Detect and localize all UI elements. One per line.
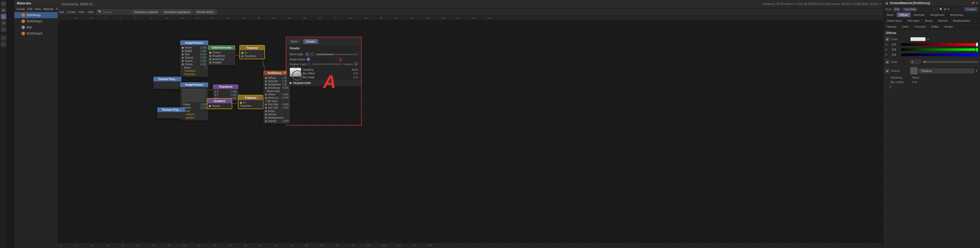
socket [265,97,267,99]
positive-x-toggle[interactable] [308,63,310,66]
menu-edit[interactable]: Edit [59,11,64,14]
g-slider[interactable] [901,48,975,51]
close-icon-rp[interactable]: ✕ [947,8,950,11]
socket [182,63,184,66]
mat-view-btn[interactable]: View [35,7,41,11]
icon-minus[interactable]: – [1,42,6,47]
tab-sheen-layer[interactable]: Sheen layer [884,18,904,23]
tab-anisotropy[interactable]: Anisotropy [948,13,966,17]
texture-triplanar-badge[interactable]: Triplanar [918,69,974,73]
icon-plus[interactable]: + [1,35,6,41]
r-slider[interactable] [901,43,975,46]
material-item[interactable]: OctGlossy3 [14,30,58,37]
float-expand-btn[interactable]: ▶ [885,60,889,64]
color-label: Color [891,38,909,41]
node-triplanar-1[interactable]: Triplanar X+ Transform [239,45,265,59]
node-image-texture-1[interactable]: ImageTexture Power1.000 Brightr1.000 Hue… [180,40,208,77]
divider [883,58,980,58]
rp-pin-icon[interactable]: 📌 [971,2,975,5]
icon-move[interactable]: ✥ [1,7,6,13]
node-texture-proj-1[interactable]: Texture Proj... [153,77,181,89]
menu-view[interactable]: View [79,11,85,14]
b-slider[interactable] [901,53,975,56]
materials-toolbar: Create Edit View Material Texture [14,6,58,11]
node-gradient[interactable]: Gradient Texture [207,98,232,109]
socket [265,83,267,86]
socket [265,77,267,79]
color-edit-icon[interactable]: ✏ [927,38,929,41]
mat-name: OctGlossy [27,13,41,17]
blur-offset-row-rp: Blur Offset 0 % [883,80,980,84]
settings-icon-rp[interactable]: ⚙ [944,8,946,11]
node-texture-proj-2[interactable]: Texture Proj... [157,107,185,118]
tab-bump[interactable]: Bump [923,18,935,23]
material-item[interactable]: Mat [14,24,58,30]
tab-assign[interactable]: Assign [942,24,956,29]
r-slider-handle[interactable] [976,43,978,46]
single-texture-checkbox[interactable] [307,58,310,61]
mode-edit-btn[interactable]: Edit [893,7,900,11]
b-slider-handle[interactable] [976,53,978,56]
get-active-material-btn[interactable]: Get Active material [131,10,160,14]
icon-scale[interactable]: ⤢ [1,27,6,32]
basic-tab[interactable]: Basic [288,39,301,44]
render-aovs-btn[interactable]: Render AOVs [194,10,217,14]
color-preview-swatch[interactable] [910,37,926,41]
tab-normal[interactable]: Normal [935,18,950,23]
arrow-right-icon[interactable]: → [936,8,939,11]
rp-close-icon[interactable]: ✕ [976,2,978,5]
tab-index[interactable]: Index [899,24,912,29]
annotation-b-area: → B [883,84,980,90]
node-color-correct[interactable]: ColorCorrectio Texture Roughness Anisotr… [208,45,235,65]
tab-displacement[interactable]: Displacement [950,18,973,23]
socket [209,105,211,107]
tab-opacity[interactable]: Opacity [884,24,899,29]
tab-roughness[interactable]: Roughness [928,13,947,17]
tab-editor[interactable]: Editor [929,24,942,29]
blend-angle-input[interactable] [305,53,314,56]
r-label: R [885,43,891,46]
material-item[interactable]: OctGlossy1 [14,18,58,24]
mat-edit-btn[interactable]: Edit [27,7,32,11]
tab-basic[interactable]: Basic [884,13,896,17]
node-canvas[interactable]: ImageTexture Power1.000 Brightr1.000 Hue… [58,21,883,242]
menu-create[interactable]: Create [67,11,76,14]
icon-rotate[interactable]: ↺ [1,20,6,26]
gradient-expand-btn[interactable]: ⊟ [355,62,358,66]
node-triplanar-2[interactable]: Triplanar X+ Transform [238,95,263,109]
socket [265,104,267,106]
mat-material-btn[interactable]: Material [43,7,53,11]
tab-specular[interactable]: Specular [911,13,927,17]
icon-select[interactable]: ◻ [1,14,6,19]
search-input[interactable] [103,11,128,14]
search-icon-rp[interactable]: 🔍 [939,8,943,11]
tab-common[interactable]: Common [912,24,928,29]
arrow-left-icon[interactable]: ← [932,8,935,11]
blend-angle-label: Blend angle [290,53,303,56]
tab-diffuse[interactable]: Diffuse [897,13,911,17]
mode-userdata-btn[interactable]: User Data [903,7,917,11]
transform-section[interactable]: ▶ TRANSFORM [287,80,361,86]
mat-create-btn[interactable]: Create [16,7,25,11]
search-box[interactable]: 🔍 [97,10,130,14]
blend-angle-slider[interactable] [316,54,358,55]
spinner-icon [294,72,301,79]
color-row: ▶ Color ✏ [883,36,980,42]
texture-row: ▶ Texture Triplanar ▼ [883,66,980,75]
g-slider-handle[interactable] [976,48,978,51]
menu-help[interactable]: Help [88,11,94,14]
float-slider[interactable] [923,61,978,63]
sampling-value-rp: None [912,76,919,79]
material-item[interactable]: OctGlossy [14,12,58,18]
color-expand-btn[interactable]: ▶ [885,37,889,41]
shader-tab[interactable]: Shader [303,39,318,44]
float-input[interactable] [910,60,921,64]
texture-expand-btn[interactable]: ▶ [885,69,889,73]
positive-x-slider[interactable] [312,63,342,65]
color-b-row: B 0.9 [883,52,980,57]
get-active-tag-btn[interactable]: Get Active tag/object [162,10,193,14]
node-oct-glossy[interactable]: OctGlossy Diffuse1.000 Specular1.000 Rou… [263,70,290,124]
tab-film-layer[interactable]: Film layer [905,18,922,23]
texture-expand-icon[interactable]: ▼ [975,69,978,72]
rp-header-actions: ← → 🔍 ⚙ ✕ [932,8,950,11]
